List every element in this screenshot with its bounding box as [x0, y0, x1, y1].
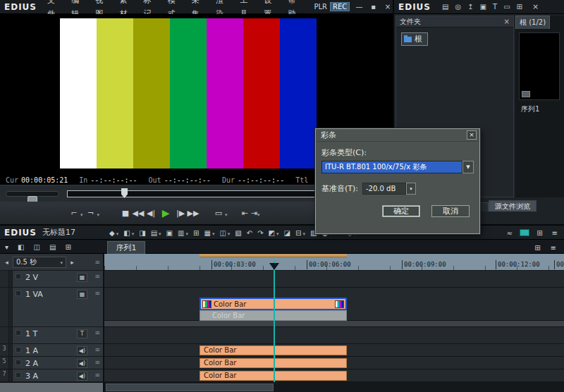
track-header-1-va[interactable]: 1 VA▦≡ [0, 288, 103, 327]
panel-layout-icon[interactable]: ⊞ [534, 227, 544, 238]
shuttle-slider[interactable] [6, 191, 59, 197]
minimize-button[interactable]: — [354, 3, 364, 11]
mode-icon[interactable]: ◆▾ [107, 227, 121, 238]
dropdown-caret-icon[interactable]: ▾ [159, 231, 161, 237]
track-header-1-t[interactable]: 1 TT≡ [0, 327, 103, 344]
timeline-ruler[interactable]: 00:00:03:0000:00:06:0000:00:09:0000:00:1… [104, 254, 564, 271]
track-type-icon[interactable]: ◀) [77, 346, 87, 355]
sequence-clip-thumbnail[interactable] [519, 32, 560, 100]
export-caret-icon[interactable]: ▾ [257, 212, 260, 218]
plr-indicator[interactable]: PLR [314, 3, 328, 11]
sync-color-button[interactable] [520, 229, 529, 236]
tone-arrow-icon[interactable]: ▾ [406, 183, 416, 195]
track-mute-button[interactable] [16, 372, 21, 378]
playhead-handle[interactable] [269, 263, 279, 270]
dropdown-caret-icon[interactable]: ▾ [302, 231, 305, 237]
dropdown-caret-icon[interactable]: ▾ [276, 231, 279, 237]
track-type-icon[interactable]: ◀) [77, 372, 87, 381]
transition-icon[interactable]: ◩▾ [266, 227, 281, 238]
snap-toggle-icon[interactable]: ⊞ [63, 241, 73, 252]
dropdown-caret-icon[interactable]: ▾ [132, 231, 135, 237]
list-view-icon[interactable]: ≡ [548, 242, 558, 253]
stop-button[interactable]: ■ [119, 205, 132, 221]
keyframe-icon[interactable]: ◪ [282, 227, 293, 238]
scissors-icon[interactable]: ◫▾ [217, 227, 232, 238]
insert-overwrite-icon[interactable]: ◧▾ [121, 227, 136, 238]
track-mute-button[interactable] [16, 360, 21, 365]
save-project-icon[interactable]: ▤▾ [149, 227, 164, 238]
dropdown-caret-icon[interactable]: ▾ [228, 231, 231, 237]
track-mute-button[interactable] [16, 290, 21, 296]
track-header-2-a[interactable]: 52 A◀)≡ [0, 357, 103, 369]
export-icon[interactable]: ⊟▾ [293, 227, 307, 238]
playhead-line[interactable] [274, 261, 275, 382]
fast-forward-button[interactable]: ▶▶ [187, 205, 200, 221]
new-folder-icon[interactable]: ▤ [442, 3, 448, 11]
add-clip-icon[interactable]: ▣ [164, 227, 175, 238]
tone-dropdown[interactable]: -20.0 dB ▾ [362, 183, 416, 195]
hscrollbar-thumb[interactable] [106, 384, 274, 391]
timescale-caret-icon[interactable]: ▾ [60, 260, 63, 266]
redo-icon[interactable]: ↷ [255, 227, 265, 238]
sequence-tab[interactable]: 序列1 [107, 241, 145, 254]
timescale-menu-icon[interactable]: ≡ [94, 259, 100, 266]
timescale-dropdown[interactable]: 0.5 秒 ▾ [13, 257, 66, 268]
dropdown-caret-icon[interactable]: ▾ [212, 231, 215, 237]
monitor-caret-icon[interactable]: ▾ [225, 212, 228, 218]
export-inout-button[interactable]: ⇤ ⇥ [242, 205, 257, 221]
track-type-icon[interactable]: ▦ [77, 273, 87, 282]
undo-icon[interactable]: ↶ [245, 227, 255, 238]
track-menu-icon[interactable]: ▾ [3, 241, 11, 252]
track-height-handle[interactable]: ≡ [94, 273, 100, 280]
track-mute-button[interactable] [16, 274, 21, 279]
close-button[interactable]: × [383, 3, 393, 11]
waveform-toggle-icon[interactable]: ▤ [47, 241, 58, 252]
copy-clip-icon[interactable]: ⊞ [191, 227, 201, 238]
zoom-out-button[interactable]: ◂ [3, 259, 11, 266]
track-header-3-a[interactable]: 73 A◀)≡ [0, 369, 103, 382]
dropdown-caret-icon[interactable]: ▾ [116, 231, 119, 237]
layout-icon[interactable]: ⊞ [517, 3, 522, 11]
track-height-handle[interactable]: ≡ [94, 372, 100, 379]
prev-frame-button[interactable]: ◀| [145, 205, 157, 221]
search-icon[interactable]: ◎ [455, 3, 461, 11]
dropdown-arrow-icon[interactable]: ▼ [462, 161, 474, 173]
track-height-handle[interactable]: ≡ [94, 359, 100, 366]
folder-panel-close-button[interactable]: × [504, 18, 510, 25]
next-frame-button[interactable]: |▶ [174, 205, 187, 221]
track-height-handle[interactable]: ≡ [94, 346, 100, 353]
rec-indicator[interactable]: REC [330, 2, 350, 11]
delete-icon[interactable]: ▧ [233, 227, 243, 238]
text-tool-icon[interactable]: T [493, 3, 497, 11]
bin-close-button[interactable]: × [532, 2, 539, 11]
track-type-icon[interactable]: T [77, 329, 87, 338]
cancel-button[interactable]: 取消 [431, 205, 470, 217]
ok-button[interactable]: 确定 [382, 205, 420, 217]
monitor-mode-button[interactable]: ▭ [212, 205, 225, 221]
track-mute-button[interactable] [16, 330, 21, 336]
effects-icon[interactable]: ▣ [480, 3, 486, 11]
track-mute-button[interactable] [16, 347, 21, 353]
track-header-1-a[interactable]: 31 A◀)≡ [0, 344, 103, 357]
mark-out-caret-icon[interactable]: ▾ [97, 212, 100, 218]
monitor-icon[interactable]: ▭ [503, 3, 510, 11]
bar-type-dropdown[interactable]: ITU-R BT.801 100/x/75/x 彩条 ▼ [321, 161, 474, 173]
dialog-close-button[interactable]: × [467, 130, 477, 140]
ripple-icon[interactable]: ◨ [137, 227, 147, 238]
track-height-handle[interactable]: ≡ [94, 329, 100, 336]
grid-view-icon[interactable]: ⊞ [532, 242, 542, 253]
track-patch-icon[interactable]: ◫ [31, 241, 42, 252]
track-lock-icon[interactable]: ◧ [16, 241, 26, 252]
zoom-in-button[interactable]: ▸ [68, 259, 76, 266]
folder-tree-root-item[interactable]: 根 [401, 32, 428, 46]
timeline-hscrollbar[interactable] [104, 382, 564, 392]
rewind-button[interactable]: ◀◀ [132, 205, 145, 221]
track-type-icon[interactable]: ▦ [77, 290, 87, 299]
mark-in-button[interactable]: ⌐ [68, 205, 80, 221]
dropdown-caret-icon[interactable]: ▾ [186, 231, 189, 237]
source-browser-tab[interactable]: 源文件浏览 [489, 200, 537, 212]
play-button[interactable]: ▶ [157, 205, 174, 221]
track-height-handle[interactable]: ≡ [94, 290, 100, 297]
track-header-2-v[interactable]: 2 V▦≡ [0, 271, 103, 288]
maximize-button[interactable]: ▪ [369, 3, 379, 11]
